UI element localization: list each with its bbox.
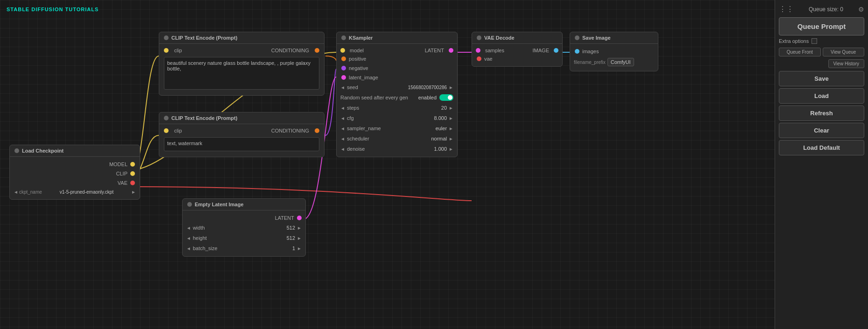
port-negative-label: negative <box>346 65 371 71</box>
denoise-arrow-right[interactable]: ► <box>449 147 453 152</box>
filename-value[interactable]: ComfyUI <box>607 58 634 66</box>
width-arrow-left[interactable]: ◄ <box>186 225 191 231</box>
ckpt-row: ◄ ckpt_name v1-5-pruned-emaonly.ckpt ► <box>10 188 140 196</box>
port-clip-connector[interactable] <box>130 171 135 176</box>
port-samples-label: samples <box>482 48 507 53</box>
scheduler-value: normal <box>419 136 447 141</box>
port-negative-connector[interactable] <box>341 66 346 70</box>
port-vae-decode-connector[interactable] <box>477 56 481 61</box>
port-latent-image-in: latent_image <box>337 73 457 82</box>
denoise-stepper-row: ◄ denoise 1.000 ► <box>337 144 457 154</box>
height-arrow-left[interactable]: ◄ <box>186 236 191 241</box>
node-dot-load-checkpoint <box>14 148 19 153</box>
seed-arrow-right[interactable]: ► <box>449 85 453 90</box>
filename-label: filename_prefix <box>574 60 606 65</box>
port-vae-connector[interactable] <box>130 181 135 185</box>
clip1-textarea[interactable]: beautiful scenery nature glass bottle la… <box>164 57 319 90</box>
port-conditioning1-connector[interactable] <box>315 48 319 53</box>
node-body-save-image: images filename_prefix ComfyUI <box>570 44 658 71</box>
steps-arrow-right[interactable]: ► <box>449 105 453 111</box>
extra-options-label: Extra options <box>779 38 809 44</box>
port-latent-connector[interactable] <box>297 216 302 220</box>
clip2-textarea[interactable]: text, watermark <box>164 137 319 151</box>
scheduler-arrow-left[interactable]: ◄ <box>340 136 345 141</box>
port-images-connector[interactable] <box>575 49 579 54</box>
steps-stepper-row: ◄ steps 20 ► <box>337 103 457 113</box>
width-arrow-right[interactable]: ► <box>297 225 302 231</box>
node-dot-vae-decode <box>477 35 481 40</box>
batch-label: batch_size <box>193 245 265 251</box>
node-body-vae-decode: samples IMAGE vae <box>472 44 562 66</box>
node-header-empty-latent: Empty Latent Image <box>183 199 305 210</box>
queue-prompt-button[interactable]: Queue Prompt <box>779 17 864 35</box>
port-clip2-input[interactable] <box>164 128 169 133</box>
cfg-stepper-row: ◄ cfg 8.000 ► <box>337 113 457 123</box>
port-model-label: MODEL <box>106 161 130 167</box>
node-dot-save-image <box>575 35 579 40</box>
sampler-arrow-left[interactable]: ◄ <box>340 126 345 131</box>
node-title-empty-latent: Empty Latent Image <box>195 202 244 207</box>
node-empty-latent: Empty Latent Image LATENT ◄ width 512 ► … <box>182 198 306 257</box>
denoise-label: denoise <box>347 146 417 152</box>
view-queue-button[interactable]: View Queue <box>823 48 865 56</box>
gear-icon[interactable]: ⚙ <box>858 6 864 13</box>
ckpt-arrow-left[interactable]: ◄ <box>14 189 18 195</box>
cfg-arrow-right[interactable]: ► <box>449 116 453 121</box>
ckpt-arrow-right[interactable]: ► <box>131 189 136 195</box>
port-clip2-input-label: clip <box>171 128 185 133</box>
batch-value: 1 <box>267 245 295 251</box>
queue-front-button[interactable]: Queue Front <box>779 48 821 56</box>
random-seed-value: enabled <box>418 95 437 100</box>
height-arrow-right[interactable]: ► <box>297 236 302 241</box>
scheduler-arrow-right[interactable]: ► <box>449 136 453 141</box>
brand-title: STABLE DIFFUSION TUTORIALS <box>7 7 99 12</box>
steps-arrow-left[interactable]: ◄ <box>340 105 345 111</box>
ckpt-value: v1-5-pruned-emaonly.ckpt <box>43 189 130 195</box>
extra-options-checkbox[interactable] <box>812 38 817 44</box>
node-save-image: Save Image images filename_prefix ComfyU… <box>570 32 658 71</box>
port-latent-label: LATENT <box>272 215 297 221</box>
load-button[interactable]: Load <box>779 88 864 104</box>
load-default-button[interactable]: Load Default <box>779 140 864 155</box>
cfg-arrow-left[interactable]: ◄ <box>340 116 345 121</box>
port-vae-decode-label: vae <box>481 56 495 62</box>
save-button[interactable]: Save <box>779 71 864 86</box>
node-header-vae-decode: VAE Decode <box>472 32 562 44</box>
batch-arrow-right[interactable]: ► <box>297 246 302 251</box>
view-history-button[interactable]: View History <box>828 59 864 68</box>
port-model-connector[interactable] <box>130 162 135 167</box>
port-image-out-label: IMAGE <box>530 48 552 53</box>
right-panel: ⋮⋮ Queue size: 0 ⚙ Queue Prompt Extra op… <box>775 0 868 329</box>
port-conditioning2-connector[interactable] <box>315 128 319 133</box>
port-clip-output: CLIP <box>10 169 140 178</box>
port-samples-in[interactable] <box>476 48 480 53</box>
node-title-save-image: Save Image <box>582 35 611 41</box>
denoise-arrow-left[interactable]: ◄ <box>340 147 345 152</box>
width-stepper-row: ◄ width 512 ► <box>183 223 305 233</box>
node-title-clip2: CLIP Text Encode (Prompt) <box>171 115 237 121</box>
port-image-out[interactable] <box>554 48 558 53</box>
port-clip1-input[interactable] <box>164 48 169 53</box>
node-header-clip1: CLIP Text Encode (Prompt) <box>159 32 324 44</box>
queue-size-label: Queue size: 0 <box>809 6 843 13</box>
node-clip-text-2: CLIP Text Encode (Prompt) clip CONDITION… <box>159 112 325 157</box>
ckpt-label: ckpt_name <box>19 189 42 195</box>
port-model-output: MODEL <box>10 160 140 169</box>
batch-arrow-left[interactable]: ◄ <box>186 246 191 251</box>
port-positive-connector[interactable] <box>341 56 346 61</box>
port-latent-image-connector[interactable] <box>341 75 346 80</box>
refresh-button[interactable]: Refresh <box>779 105 864 121</box>
panel-queue-header: ⋮⋮ Queue size: 0 ⚙ <box>779 5 864 14</box>
node-body-clip1: clip CONDITIONING beautiful scenery natu… <box>159 44 324 95</box>
clear-button[interactable]: Clear <box>779 123 864 138</box>
random-seed-label: Random seed after every gen <box>340 95 416 100</box>
height-label: height <box>193 235 265 241</box>
port-latent-out[interactable] <box>449 48 453 53</box>
port-model-in[interactable] <box>340 48 345 53</box>
sampler-arrow-right[interactable]: ► <box>449 126 453 131</box>
random-seed-toggle[interactable] <box>439 94 453 101</box>
seed-arrow-left[interactable]: ◄ <box>340 85 345 90</box>
node-clip-text-1: CLIP Text Encode (Prompt) clip CONDITION… <box>159 32 325 96</box>
node-body-ksampler: model LATENT positive negative latent_im… <box>337 44 457 157</box>
batch-stepper-row: ◄ batch_size 1 ► <box>183 243 305 253</box>
